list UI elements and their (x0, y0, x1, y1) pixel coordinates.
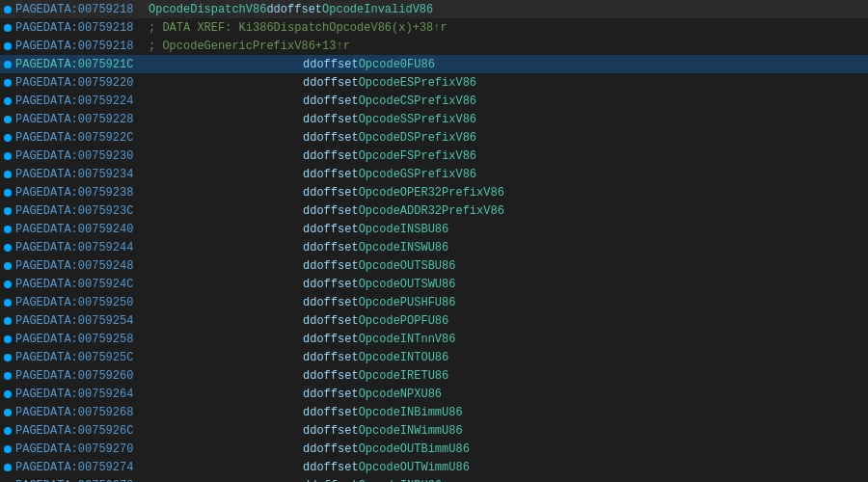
target-label: OpcodeInvalidV86 (322, 3, 433, 16)
code-line[interactable]: PAGEDATA:00759244dd offset OpcodeINSWU86 (0, 238, 868, 256)
target-symbol: OpcodeSSPrefixV86 (359, 113, 476, 126)
code-view: PAGEDATA:00759218OpcodeDispatchV86 dd of… (0, 0, 868, 482)
code-line[interactable]: PAGEDATA:00759268dd offset OpcodeINBimmU… (0, 403, 868, 421)
operand-offset: offset (316, 168, 358, 181)
address-label: PAGEDATA:0075922C (15, 131, 141, 145)
code-line[interactable]: PAGEDATA:00759230dd offset OpcodeFSPrefi… (0, 147, 868, 165)
code-line[interactable]: PAGEDATA:00759254dd offset OpcodePOPFU86 (0, 311, 868, 330)
operand-offset: offset (316, 351, 358, 364)
operand-offset: offset (316, 461, 358, 474)
breakpoint-dot (4, 372, 12, 380)
breakpoint-dot (4, 42, 12, 50)
code-line[interactable]: PAGEDATA:00759218; DATA XREF: Ki386Dispa… (0, 18, 868, 37)
comment-text: ; OpcodeGenericPrefixV86+13↑r (149, 40, 350, 53)
target-symbol: OpcodePUSHFU86 (359, 296, 456, 309)
code-line[interactable]: PAGEDATA:00759260dd offset OpcodeIRETU86 (0, 366, 868, 385)
operand-offset: offset (316, 406, 358, 419)
target-symbol: OpcodeIRETU86 (359, 369, 449, 383)
code-line[interactable]: PAGEDATA:00759238dd offset OpcodeOPER32P… (0, 183, 868, 201)
operand: offset (281, 3, 322, 16)
instruction: dd (303, 296, 316, 309)
breakpoint-dot (4, 390, 12, 398)
target-symbol: OpcodeINSBU86 (359, 223, 449, 236)
instruction: dd (303, 442, 316, 456)
target-symbol: OpcodeINBimmU86 (359, 406, 463, 419)
address-label: PAGEDATA:00759270 (15, 442, 141, 456)
code-line[interactable]: PAGEDATA:0075925Cdd offset OpcodeINTOU86 (0, 348, 868, 366)
code-line[interactable]: PAGEDATA:00759274dd offset OpcodeOUTWimm… (0, 458, 868, 476)
address-label: PAGEDATA:0075925C (15, 351, 141, 364)
operand-offset: offset (316, 58, 358, 71)
operand-offset: offset (316, 369, 358, 383)
instruction: dd (303, 333, 316, 346)
operand-offset: offset (316, 278, 358, 291)
code-line[interactable]: PAGEDATA:0075926Cdd offset OpcodeINWimmU… (0, 421, 868, 440)
operand-offset: offset (316, 259, 358, 273)
breakpoint-dot (4, 244, 12, 252)
instruction: dd (303, 259, 316, 273)
breakpoint-dot (4, 6, 12, 13)
address-label: PAGEDATA:00759230 (15, 149, 141, 163)
code-line[interactable]: PAGEDATA:0075924Cdd offset OpcodeOUTSWU8… (0, 275, 868, 293)
breakpoint-dot (4, 171, 12, 178)
code-line[interactable]: PAGEDATA:00759218OpcodeDispatchV86 dd of… (0, 0, 868, 18)
target-symbol: OpcodeDSPrefixV86 (359, 131, 476, 145)
code-line[interactable]: PAGEDATA:00759250dd offset OpcodePUSHFU8… (0, 293, 868, 311)
operand-offset: offset (316, 333, 358, 346)
address-label: PAGEDATA:00759264 (15, 388, 141, 401)
address-label: PAGEDATA:00759260 (15, 369, 141, 383)
target-symbol: OpcodeINBU86 (359, 479, 442, 483)
code-line[interactable]: PAGEDATA:00759248dd offset OpcodeOUTSBU8… (0, 256, 868, 275)
breakpoint-dot (4, 189, 12, 197)
operand-offset: offset (316, 94, 358, 108)
operand-offset: offset (316, 241, 358, 254)
target-symbol: OpcodeOUTWimmU86 (359, 461, 470, 474)
code-line[interactable]: PAGEDATA:00759270dd offset OpcodeOUTBimm… (0, 440, 868, 458)
operand-offset: offset (316, 223, 358, 236)
address-label: PAGEDATA:00759244 (15, 241, 141, 254)
instruction: dd (303, 314, 316, 328)
target-symbol: OpcodeCSPrefixV86 (359, 94, 476, 108)
target-symbol: OpcodeOUTBimmU86 (359, 442, 470, 456)
operand-offset: offset (316, 388, 358, 401)
operand-offset: offset (316, 296, 358, 309)
instruction: dd (303, 278, 316, 291)
code-line[interactable]: PAGEDATA:00759228dd offset OpcodeSSPrefi… (0, 110, 868, 128)
code-line[interactable]: PAGEDATA:00759224dd offset OpcodeCSPrefi… (0, 92, 868, 110)
target-symbol: OpcodePOPFU86 (359, 314, 449, 328)
instruction: dd (303, 424, 316, 438)
address-label: PAGEDATA:0075924C (15, 278, 141, 291)
instruction: dd (303, 388, 316, 401)
code-line[interactable]: PAGEDATA:0075921Cdd offset Opcode0FU86 (0, 55, 868, 73)
target-symbol: OpcodeINSWU86 (359, 241, 449, 254)
breakpoint-dot (4, 61, 12, 68)
breakpoint-dot (4, 445, 12, 453)
code-line[interactable]: PAGEDATA:00759278dd offset OpcodeINBU86 (0, 476, 868, 482)
target-symbol: OpcodeESPrefixV86 (359, 76, 476, 90)
code-line[interactable]: PAGEDATA:00759240dd offset OpcodeINSBU86 (0, 220, 868, 238)
address-label: PAGEDATA:00759254 (15, 314, 141, 328)
instruction: dd (303, 479, 316, 483)
instruction: dd (303, 113, 316, 126)
breakpoint-dot (4, 152, 12, 160)
operand-offset: offset (316, 131, 358, 145)
target-symbol: OpcodeOUTSBU86 (359, 259, 456, 273)
code-line[interactable]: PAGEDATA:00759218; OpcodeGenericPrefixV8… (0, 37, 868, 55)
code-line[interactable]: PAGEDATA:0075923Cdd offset OpcodeADDR32P… (0, 201, 868, 220)
instruction: dd (303, 223, 316, 236)
address-label: PAGEDATA:00759278 (15, 479, 141, 483)
target-symbol: OpcodeFSPrefixV86 (359, 149, 476, 163)
breakpoint-dot (4, 354, 12, 362)
code-line[interactable]: PAGEDATA:0075922Cdd offset OpcodeDSPrefi… (0, 128, 868, 147)
code-line[interactable]: PAGEDATA:00759220dd offset OpcodeESPrefi… (0, 73, 868, 92)
target-symbol: OpcodeOPER32PrefixV86 (359, 186, 504, 200)
code-line[interactable]: PAGEDATA:00759234dd offset OpcodeGSPrefi… (0, 165, 868, 183)
instruction: dd (303, 186, 316, 200)
code-line[interactable]: PAGEDATA:00759264dd offset OpcodeNPXU86 (0, 385, 868, 403)
breakpoint-dot (4, 464, 12, 471)
breakpoint-dot (4, 116, 12, 123)
target-symbol: OpcodeINWimmU86 (359, 424, 463, 438)
code-line[interactable]: PAGEDATA:00759258dd offset OpcodeINTnnV8… (0, 330, 868, 348)
instruction: dd (303, 204, 316, 218)
operand-offset: offset (316, 479, 358, 483)
